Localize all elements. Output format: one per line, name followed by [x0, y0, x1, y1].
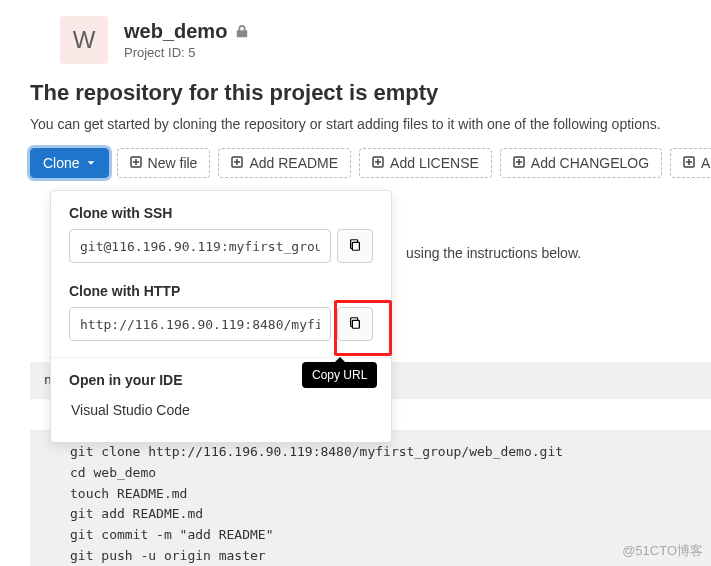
add-license-button[interactable]: Add LICENSE — [359, 148, 492, 178]
add-changelog-label: Add CHANGELOG — [531, 155, 649, 171]
clone-ssh-input[interactable] — [69, 229, 331, 263]
plus-icon — [130, 155, 142, 171]
copy-url-tooltip: Copy URL — [302, 362, 377, 388]
lock-icon — [235, 20, 249, 43]
add-more-button[interactable]: Ad — [670, 148, 711, 178]
plus-icon — [683, 155, 695, 171]
empty-repo-title: The repository for this project is empty — [30, 80, 681, 106]
clipboard-icon — [348, 316, 362, 333]
clipboard-icon — [348, 238, 362, 255]
clone-ssh-label: Clone with SSH — [69, 205, 373, 221]
instructions-text-fragment: using the instructions below. — [406, 245, 581, 261]
clone-http-input[interactable] — [69, 307, 331, 341]
plus-icon — [372, 155, 384, 171]
copy-http-button[interactable] — [337, 307, 373, 341]
add-changelog-button[interactable]: Add CHANGELOG — [500, 148, 662, 178]
svg-rect-5 — [352, 242, 359, 250]
clone-dropdown: Clone with SSH Clone with HTTP Open in y… — [50, 190, 392, 443]
clone-button[interactable]: Clone — [30, 148, 109, 178]
watermark: @51CTO博客 — [622, 542, 703, 560]
project-avatar: W — [60, 16, 108, 64]
ide-vscode-item[interactable]: Visual Studio Code — [69, 396, 373, 424]
plus-icon — [231, 155, 243, 171]
action-row: Clone New file Add README Add LICENSE Ad… — [30, 148, 681, 178]
clone-label: Clone — [43, 155, 80, 171]
project-title: web_demo — [124, 20, 249, 43]
add-license-label: Add LICENSE — [390, 155, 479, 171]
chevron-down-icon — [86, 155, 96, 171]
copy-ssh-button[interactable] — [337, 229, 373, 263]
project-name: web_demo — [124, 20, 227, 43]
new-file-label: New file — [148, 155, 198, 171]
empty-repo-subtitle: You can get started by cloning the repos… — [30, 116, 681, 132]
add-readme-label: Add README — [249, 155, 338, 171]
new-file-button[interactable]: New file — [117, 148, 211, 178]
plus-icon — [513, 155, 525, 171]
add-more-label: Ad — [701, 155, 711, 171]
clone-http-label: Clone with HTTP — [69, 283, 373, 299]
code-snippet-git-clone: git clone http://116.196.90.119:8480/myf… — [30, 430, 711, 566]
add-readme-button[interactable]: Add README — [218, 148, 351, 178]
svg-rect-6 — [352, 320, 359, 328]
project-id: Project ID: 5 — [124, 45, 249, 60]
